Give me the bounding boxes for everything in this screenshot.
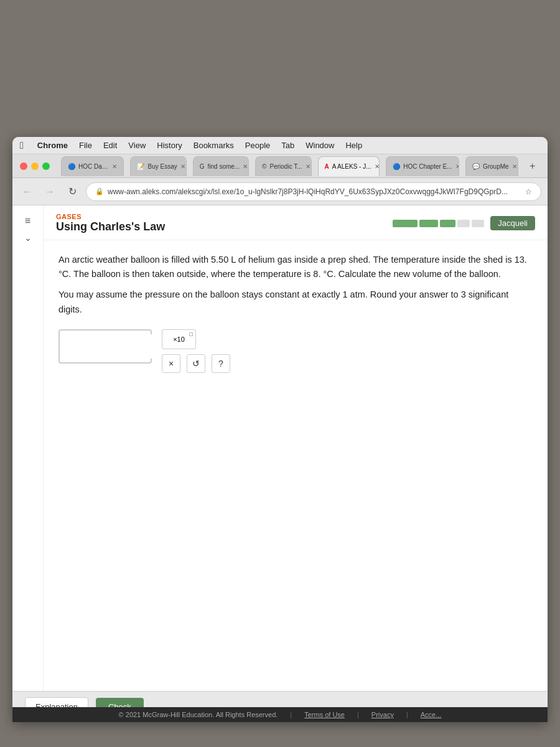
- tab-groupme[interactable]: 💬 GroupMe ✕: [465, 156, 518, 176]
- maximize-button[interactable]: [42, 162, 50, 170]
- menu-help[interactable]: Help: [345, 141, 362, 150]
- keypad: ×10 □ × ↺ ?: [162, 329, 261, 373]
- keypad-top-row: ×10 □: [162, 329, 261, 349]
- aleks-header-right: Jacqueli: [393, 216, 535, 230]
- privacy-link[interactable]: Privacy: [371, 711, 394, 718]
- bookmark-star-icon[interactable]: ☆: [525, 187, 532, 196]
- tab-periodic[interactable]: © Periodic T... ✕: [255, 156, 311, 176]
- tab-label-chapter: HOC Chapter E...: [403, 163, 452, 170]
- answer-box[interactable]: L: [58, 329, 152, 364]
- refresh-icon: ↻: [68, 186, 77, 197]
- tab-favicon-chapter: 🔵: [393, 163, 400, 170]
- menu-bookmarks[interactable]: Bookmarks: [194, 141, 234, 150]
- exponent-input-box[interactable]: ×10 □: [162, 329, 196, 349]
- keypad-action-buttons: × ↺ ?: [162, 354, 261, 373]
- tab-close-groupme[interactable]: ✕: [512, 163, 517, 170]
- tab-close-chapter[interactable]: ✕: [455, 163, 459, 170]
- tab-label-periodic: Periodic T...: [270, 163, 302, 170]
- user-badge: Jacqueli: [490, 216, 535, 230]
- tab-favicon-groupme: 💬: [472, 163, 480, 170]
- tab-label-aleks: A ALEKS - J...: [332, 163, 371, 170]
- browser-titlebar: 🔵 HOC Dashboard ✕ 📝 Buy Essay ✕ G find s…: [12, 154, 548, 178]
- sidebar-toggle: ≡ ⌄: [12, 205, 44, 691]
- tab-favicon-aleks: A: [325, 163, 329, 170]
- undo-button[interactable]: ↺: [187, 354, 205, 373]
- tab-close-find[interactable]: ✕: [243, 163, 248, 170]
- forward-icon: →: [45, 186, 55, 197]
- progress-segment-3: [440, 220, 455, 227]
- forward-button[interactable]: →: [41, 183, 58, 200]
- exponent-base-label: ×10: [173, 336, 185, 343]
- close-button[interactable]: [20, 162, 27, 170]
- tab-label-essay: Buy Essay: [147, 163, 177, 170]
- progress-segment-1: [393, 220, 418, 227]
- page-content: ≡ ⌄ GASES Using Charles's Law: [12, 205, 548, 691]
- address-input-container[interactable]: 🔒 www-awn.aleks.com/alekscgi/x/lsl.exe/1…: [86, 182, 541, 201]
- problem-paragraph-1: An arctic weather balloon is filled with…: [58, 253, 533, 281]
- aleks-topic-info: GASES Using Charles's Law: [56, 213, 165, 233]
- tab-dashboard[interactable]: 🔵 HOC Dashboard ✕: [61, 156, 124, 176]
- answer-area: L ×10 □ × ↺: [58, 329, 533, 373]
- menu-edit[interactable]: Edit: [103, 141, 117, 150]
- menu-people[interactable]: People: [245, 141, 270, 150]
- tab-chapter[interactable]: 🔵 HOC Chapter E... ✕: [386, 156, 459, 176]
- back-icon: ←: [22, 186, 32, 197]
- problem-paragraph-2: You may assume the pressure on the ballo…: [58, 288, 533, 316]
- problem-area: An arctic weather balloon is filled with…: [44, 240, 548, 385]
- problem-text: An arctic weather balloon is filled with…: [58, 253, 533, 317]
- progress-segment-5: [472, 220, 484, 227]
- accessibility-link[interactable]: Acce...: [421, 711, 442, 718]
- topic-title: Using Charles's Law: [56, 220, 165, 233]
- tab-close-essay[interactable]: ✕: [180, 163, 185, 170]
- new-tab-button[interactable]: +: [525, 157, 540, 175]
- url-text: www-awn.aleks.com/alekscgi/x/lsl.exe/1o_…: [108, 187, 508, 196]
- address-bar: ← → ↻ 🔒 www-awn.aleks.com/alekscgi/x/lsl…: [12, 178, 548, 205]
- minimize-button[interactable]: [31, 162, 39, 170]
- tab-aleks[interactable]: A A ALEKS - J... ✕: [318, 156, 380, 176]
- main-content: GASES Using Charles's Law Jacqueli: [44, 205, 548, 691]
- tab-label-dashboard: HOC Dashboard: [78, 163, 109, 170]
- footer: © 2021 McGraw-Hill Education. All Rights…: [12, 707, 548, 722]
- help-button[interactable]: ?: [212, 354, 230, 373]
- aleks-header: GASES Using Charles's Law Jacqueli: [44, 205, 548, 240]
- desktop:  Chrome File Edit View History Bookmark…: [0, 0, 560, 747]
- refresh-button[interactable]: ↻: [63, 183, 81, 200]
- menu-file[interactable]: File: [79, 141, 92, 150]
- clear-button[interactable]: ×: [162, 354, 180, 373]
- menu-history[interactable]: History: [157, 141, 182, 150]
- progress-segment-2: [419, 220, 438, 227]
- tab-favicon-periodic: ©: [262, 163, 266, 170]
- answer-input[interactable]: [66, 334, 175, 359]
- tab-label-groupme: GroupMe: [483, 163, 509, 170]
- browser-window:  Chrome File Edit View History Bookmark…: [12, 137, 548, 722]
- apple-menu[interactable]: : [20, 140, 24, 151]
- tab-favicon-dashboard: 🔵: [68, 163, 75, 170]
- menu-chrome[interactable]: Chrome: [37, 141, 68, 150]
- topic-label: GASES: [56, 213, 165, 220]
- tab-favicon-essay: 📝: [137, 163, 144, 170]
- tab-close-dashboard[interactable]: ✕: [112, 163, 117, 170]
- menu-view[interactable]: View: [128, 141, 146, 150]
- menu-window[interactable]: Window: [306, 141, 334, 150]
- tab-essay[interactable]: 📝 Buy Essay ✕: [130, 156, 186, 176]
- menu-bar:  Chrome File Edit View History Bookmark…: [12, 137, 548, 154]
- progress-bar: [393, 220, 484, 227]
- chevron-down-icon[interactable]: ⌄: [24, 233, 32, 243]
- tab-close-aleks[interactable]: ✕: [375, 163, 380, 170]
- terms-link[interactable]: Terms of Use: [304, 711, 345, 718]
- tab-find[interactable]: G find some... ✕: [193, 156, 249, 176]
- back-button[interactable]: ←: [19, 183, 36, 200]
- tab-close-periodic[interactable]: ✕: [306, 163, 310, 170]
- tab-favicon-find: G: [200, 163, 205, 170]
- menu-tab[interactable]: Tab: [281, 141, 294, 150]
- traffic-lights: [20, 162, 50, 170]
- progress-segment-4: [457, 220, 470, 227]
- exponent-power-label: □: [190, 331, 193, 337]
- lock-icon: 🔒: [95, 187, 104, 195]
- copyright-text: © 2021 McGraw-Hill Education. All Rights…: [119, 711, 278, 718]
- tab-label-find: find some...: [207, 163, 240, 170]
- hamburger-icon[interactable]: ≡: [25, 215, 30, 227]
